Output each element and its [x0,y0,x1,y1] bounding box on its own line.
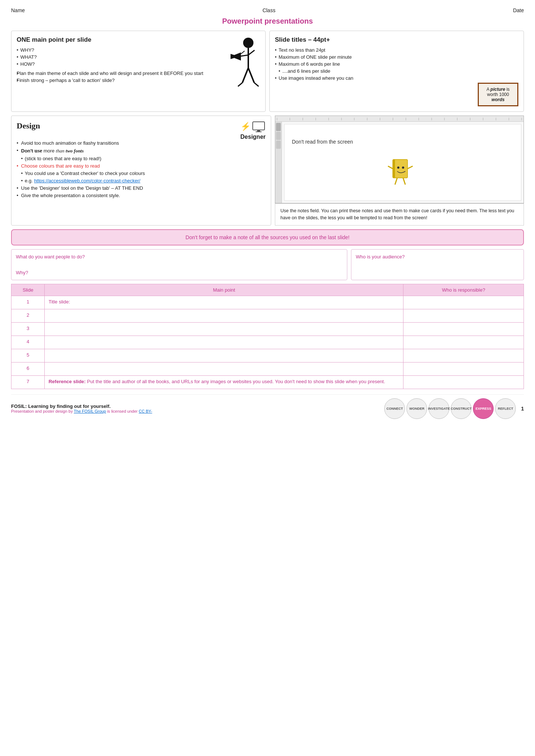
slide-main-point-cell [45,336,403,349]
svg-line-8 [248,68,254,83]
picture-frame: A picture is worth 1000 words [478,83,518,106]
slide-number-cell: 3 [11,322,45,336]
sidebar-thumb-1 [276,123,281,131]
svg-point-16 [397,166,399,169]
bullet-how: HOW? [17,61,260,67]
bullet-6-words: Maximum of 6 words per line [275,61,386,67]
sidebar-thumb-2 [276,132,281,140]
responsible-cell [403,309,524,322]
stickman-illustration [227,35,260,94]
footer-right: CONNECTWONDERINVESTIGATECONSTRUCTEXPRESS… [384,398,524,419]
slide-main-point-cell [45,309,403,322]
date-label: Date [513,7,524,13]
bullet-finish: Finish strong – perhaps a 'call to actio… [17,78,260,83]
circle-badge-investigate: INVESTIGATE [429,398,449,419]
footer-left: FOSIL: Learning by finding out for yours… [11,403,152,413]
svg-rect-12 [257,130,260,131]
slide-main-point-cell [45,322,403,336]
svg-line-9 [238,83,242,86]
slide-main-point-cell: Reference slide: Put the title and autho… [45,375,403,389]
top-section: ONE main point per slide WHY? WHAT? HOW?… [11,31,524,112]
svg-line-6 [248,50,255,55]
svg-line-19 [408,166,413,169]
svg-point-17 [402,166,404,169]
card-right-title: Slide titles – 44pt+ [275,36,518,44]
header: Name Class Date [11,7,524,13]
design-bullet-2: Don't use more than two fonts [17,148,266,154]
planning-right-box: Who is your audience? [351,249,524,280]
designer-badge: ⚡ Designer [241,121,266,140]
bullet-6-lines: ....and 6 lines per slide [275,68,386,74]
table-body: 1Title slide:234567Reference slide: Put … [11,296,524,389]
svg-line-7 [242,68,248,83]
slide-table: Slide Main point Who is responsible? 1Ti… [11,284,524,389]
contrast-checker-link[interactable]: https://accessibleweb.com/color-contrast… [34,178,140,183]
footer-credit: Presentation and poster design by The FO… [11,409,152,413]
circle-badge-wonder: WONDER [406,398,427,419]
responsible-cell [403,336,524,349]
svg-rect-13 [256,131,262,132]
bullet-plan: Plan the main theme of each slide and wh… [17,71,260,76]
circle-badge-connect: CONNECT [384,398,405,419]
table-header-row: Slide Main point Who is responsible? [11,284,524,296]
design-bullet-4: Use the 'Designer' tool on the 'Design t… [17,185,266,191]
planning-left-box: What do you want people to do? Why? [11,249,347,280]
reminder-box: Don't forget to make a note of all the s… [11,229,524,245]
slide-number-cell: 6 [11,362,45,375]
col-main-point: Main point [45,284,403,296]
one-main-point-card: ONE main point per slide WHY? WHAT? HOW?… [11,31,266,112]
fosil-text: FOSIL: Learning by finding out for yours… [11,403,152,409]
ruler-marks: |||||| |||||| |||||| || [277,117,522,120]
responsible-cell [403,322,524,336]
slide-number-cell: 5 [11,349,45,362]
planning-question-1: What do you want people to do? [16,254,343,260]
notes-field: Use the notes field. You can print these… [275,203,524,226]
svg-rect-15 [393,159,395,178]
slide-main-point-cell: Title slide: [45,296,403,309]
page-title: Powerpoint presentations [11,17,524,25]
card-right-bullets: Text no less than 24pt Maximum of ONE sl… [275,47,386,81]
name-label: Name [11,7,25,13]
class-label: Class [262,7,275,13]
slide-main-area: Don't read from the screen [284,124,521,201]
slide-main-point-cell [45,349,403,362]
table-row: 1Title slide: [11,296,524,309]
dont-read-text: Don't read from the screen [292,139,353,145]
design-bullet-3-sub1: You could use a 'Contrast checker' to ch… [17,171,266,176]
middle-section: Design ⚡ Designer Avoid too much animati… [11,116,524,226]
responsible-cell [403,375,524,389]
picture-frame-text: A picture is worth 1000 words [487,87,510,102]
col-responsible: Who is responsible? [403,284,524,296]
bullet-one-slide: Maximum of ONE slide per minute [275,54,386,60]
slide-titles-card: Slide titles – 44pt+ Text no less than 2… [269,31,524,112]
footer: FOSIL: Learning by finding out for yours… [11,394,524,419]
cc-license-link[interactable]: CC BY- [139,409,152,413]
circles-row: CONNECTWONDERINVESTIGATECONSTRUCTEXPRESS… [384,398,516,419]
notes-text: Use the notes field. You can print these… [280,208,514,220]
svg-rect-11 [253,122,265,130]
design-bullet-5: Give the whole presentation a consistent… [17,193,266,198]
slide-table-section: Slide Main point Who is responsible? 1Ti… [11,284,524,389]
table-row: 4 [11,336,524,349]
svg-marker-1 [234,52,241,61]
design-bullet-3-sub2: e.g. https://accessibleweb.com/color-con… [17,178,266,183]
card-left-title: ONE main point per slide [17,36,260,44]
ref-slide-bold: Reference slide: [48,379,85,384]
design-bullet-3: Choose colours that are easy to read [17,163,266,169]
page-number: 1 [521,406,524,412]
responsible-cell [403,296,524,309]
design-bullet-2-sub: (stick to ones that are easy to read!) [17,156,266,161]
bullet-images: Use images instead where you can [275,75,386,81]
card-left-bullets: WHY? WHAT? HOW? Plan the main theme of e… [17,47,260,83]
responsible-cell [403,349,524,362]
reminder-text: Don't forget to make a note of all the s… [185,234,350,240]
planning-section: What do you want people to do? Why? Who … [11,249,524,280]
lightning-icon: ⚡ [241,121,266,132]
slide-number-cell: 4 [11,336,45,349]
ruler-bar: |||||| |||||| |||||| || [275,116,524,122]
bullet-what: WHAT? [17,54,260,60]
planning-question-2: Why? [16,270,343,275]
circle-badge-express: EXPRESS [473,398,494,419]
sidebar-thumb-3 [276,141,281,149]
fosil-group-link[interactable]: The FOSIL Group [74,409,106,413]
